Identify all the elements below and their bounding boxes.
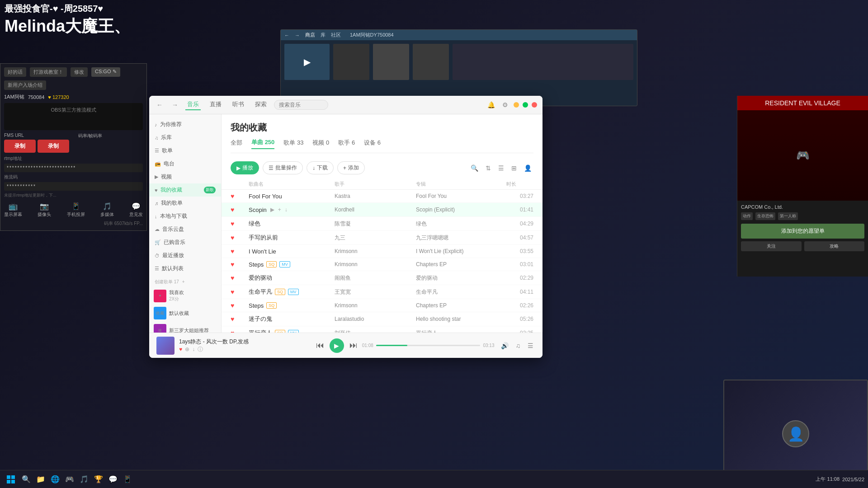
window-forward-btn[interactable]: →	[170, 100, 180, 109]
song-heart-4[interactable]: ♥	[231, 248, 249, 255]
playlist-btn[interactable]: ☰	[526, 340, 535, 351]
prev-btn[interactable]: ⏮	[316, 341, 324, 350]
sort-btn[interactable]: ⇅	[484, 163, 493, 174]
taskbar-steam-icon[interactable]: 🎮	[63, 473, 76, 486]
sidebar-item-default[interactable]: ☰ 默认列表	[149, 262, 221, 275]
search-songs-btn[interactable]: 🔍	[469, 163, 480, 174]
song-heart-8[interactable]: ♥	[231, 302, 249, 309]
song-dl-btn-1[interactable]: ↓	[284, 206, 288, 214]
song-heart-6[interactable]: ♥	[231, 274, 249, 282]
more-btn[interactable]: 👤	[522, 163, 533, 174]
play-pause-btn[interactable]: ▶	[330, 338, 344, 353]
lyrics-btn[interactable]: ♫	[514, 340, 523, 351]
tab-explore[interactable]: 探索	[253, 99, 269, 110]
taskbar-search[interactable]: 🔍	[20, 473, 33, 486]
tab-music[interactable]: 音乐	[185, 99, 201, 110]
progress-bar[interactable]	[376, 345, 481, 346]
song-heart-9[interactable]: ♥	[231, 315, 249, 323]
obs-tab-newuser[interactable]: 新用户入场介绍	[4, 80, 46, 90]
follow-btn[interactable]: 关注	[741, 241, 802, 251]
steam-tab-library[interactable]: 库	[321, 32, 326, 38]
taskbar-chat[interactable]: 💬	[107, 473, 119, 486]
content-tab-videos[interactable]: 视频 0	[312, 139, 329, 149]
window-minimize-btn[interactable]	[514, 102, 519, 108]
settings-btn[interactable]: ⚙	[500, 99, 510, 110]
content-tab-all[interactable]: 全部	[231, 139, 242, 149]
sidebar-item-video[interactable]: ▶ 视频	[149, 170, 221, 183]
playlist-item-1[interactable]: 收藏 默认收藏	[149, 305, 221, 322]
batch-op-btn[interactable]: ☰ 批量操作	[263, 161, 303, 174]
window-back-btn[interactable]: ←	[155, 100, 165, 109]
obs-tab-scenes[interactable]: 好的话	[4, 67, 26, 77]
obs-record-btn[interactable]: 录制	[4, 140, 36, 153]
song-row-3[interactable]: ♥ 手写的从前 九三 九三浮嗯嗯嗯 04:57	[222, 231, 542, 245]
song-row-4[interactable]: ♥ I Won't Lie Krimsonn I Won't Lie (Expl…	[222, 245, 542, 258]
search-input[interactable]	[274, 100, 328, 110]
obs-stream-btn[interactable]: 录制	[38, 140, 69, 153]
taskbar-game-icon[interactable]: 🏆	[92, 473, 105, 486]
song-row-8[interactable]: ♥ Steps SQ Krimsonn Chapters EP 02:26	[222, 299, 542, 312]
steam-game-thumb5[interactable]	[453, 44, 633, 80]
player-download-icon[interactable]: ↓	[192, 346, 195, 352]
download-btn[interactable]: ↓ 下载	[307, 161, 334, 174]
song-row-9[interactable]: ♥ 迷子の鬼 Laralastudio Hello shooting star …	[222, 312, 542, 326]
song-row-6[interactable]: ♥ 爱的驱动 闹闹鱼 爱的驱动 02:29	[222, 271, 542, 285]
window-close-btn[interactable]	[532, 102, 537, 108]
sidebar-item-playlist[interactable]: ☰ 歌单	[149, 144, 221, 157]
next-btn[interactable]: ⏭	[349, 341, 358, 350]
add-playlist-btn[interactable]: +	[182, 279, 185, 284]
view-grid-btn[interactable]: ⊞	[509, 163, 519, 174]
sidebar-item-purchased[interactable]: 🛒 已购音乐	[149, 236, 221, 249]
sidebar-item-library[interactable]: ♫ 乐库	[149, 131, 221, 144]
steam-nav-forward[interactable]: →	[295, 33, 300, 38]
player-share-icon[interactable]: ⊕	[185, 346, 189, 352]
player-more-icon[interactable]: ⓘ	[198, 346, 203, 353]
taskbar-wechat[interactable]: 📱	[121, 473, 134, 486]
content-tab-songs[interactable]: 单曲 250	[251, 138, 274, 149]
song-row-2[interactable]: ♥ 绿色 陈雪凝 绿色 04:29	[222, 217, 542, 231]
obs-tab-play[interactable]: 打游戏教室！	[30, 67, 67, 77]
taskbar-music[interactable]: 🎵	[78, 473, 90, 486]
steam-game-thumb4[interactable]	[413, 44, 449, 80]
song-heart-5[interactable]: ♥	[231, 261, 249, 268]
song-heart-7[interactable]: ♥	[231, 288, 249, 296]
start-button[interactable]	[4, 472, 18, 487]
steam-nav-back[interactable]: ←	[284, 33, 289, 38]
song-add-btn-1[interactable]: +	[277, 206, 282, 214]
playlist-item-2[interactable]: 推 新三罗大姐姐推荐	[149, 322, 221, 333]
taskbar-explorer[interactable]: 📁	[34, 473, 47, 486]
song-heart-3[interactable]: ♥	[231, 234, 249, 241]
song-heart-1[interactable]: ♥	[231, 206, 249, 213]
steam-tab-community[interactable]: 社区	[331, 32, 341, 38]
sidebar-item-radio[interactable]: 📻 电台	[149, 157, 221, 170]
tab-live[interactable]: 直播	[208, 99, 223, 110]
sidebar-item-local[interactable]: ↓ 本地与下载	[149, 210, 221, 223]
steam-game-thumb2[interactable]	[333, 44, 369, 80]
obs-camera-btn[interactable]: 📷 摄像头	[38, 202, 51, 218]
playlist-item-0[interactable]: ♥ 我喜欢 2X分	[149, 287, 221, 305]
player-heart-icon[interactable]: ♥	[179, 346, 182, 352]
obs-media-btn[interactable]: 🎵 多媒体	[100, 202, 114, 218]
steam-tab-store[interactable]: 商店	[305, 32, 315, 38]
obs-capture-btn[interactable]: 📺 显示屏幕	[4, 202, 22, 218]
song-row-10[interactable]: ♥ 平行恋人 SQMV 刘至佳 平行恋人 03:35	[222, 326, 542, 333]
obs-comment-btn[interactable]: 💬 意见发	[129, 202, 143, 218]
obs-mobile-btn[interactable]: 📱 手机投屏	[67, 202, 85, 218]
window-maximize-btn[interactable]	[523, 102, 528, 108]
sidebar-item-recent[interactable]: ⏱ 最近播放	[149, 249, 221, 262]
content-tab-artists[interactable]: 歌手 6	[338, 139, 355, 149]
play-all-btn[interactable]: ▶ 播放	[231, 161, 259, 174]
add-btn[interactable]: + 添加	[337, 161, 365, 174]
content-tab-playlists[interactable]: 歌单 33	[283, 139, 303, 149]
add-wishlist-btn[interactable]: 添加到您的愿望单	[741, 224, 864, 239]
tab-audiobook[interactable]: 听书	[231, 99, 246, 110]
sidebar-item-myplaylist[interactable]: ♬ 我的歌单	[149, 197, 221, 210]
song-row-0[interactable]: ♥ Fool For You Kastra Fool For You 03:27	[222, 190, 542, 203]
taskbar-browser[interactable]: 🌐	[49, 473, 61, 486]
sidebar-item-favorites[interactable]: ♥ 我的收藏 新歌	[149, 183, 221, 197]
sidebar-item-recommend[interactable]: ♪ 为你推荐	[149, 118, 221, 131]
strategy-btn[interactable]: 攻略	[804, 241, 865, 251]
sidebar-item-cloud[interactable]: ☁ 音乐云盘	[149, 223, 221, 236]
song-row-5[interactable]: ♥ Steps SQMV Krimsonn Chapters EP 03:01	[222, 258, 542, 271]
view-list-btn[interactable]: ☰	[496, 163, 506, 174]
